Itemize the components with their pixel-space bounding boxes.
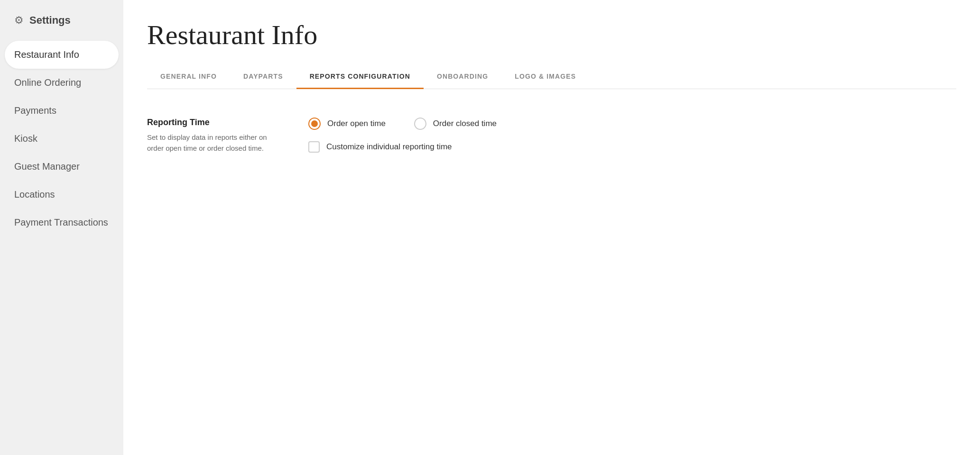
main-content: Restaurant Info GENERAL INFO DAYPARTS RE… (123, 0, 980, 455)
radio-label-order-open-time: Order open time (327, 119, 386, 128)
gear-icon: ⚙ (14, 14, 24, 27)
content-section: Reporting Time Set to display data in re… (147, 108, 956, 163)
radio-label-order-closed-time: Order closed time (433, 119, 497, 128)
sidebar-header: ⚙ Settings (0, 14, 123, 41)
section-label: Reporting Time Set to display data in re… (147, 118, 280, 154)
radio-option-order-closed-time[interactable]: Order closed time (414, 118, 497, 130)
checkbox-label-customize-reporting: Customize individual reporting time (326, 142, 452, 152)
radio-option-order-open-time[interactable]: Order open time (308, 118, 386, 130)
sidebar: ⚙ Settings Restaurant Info Online Orderi… (0, 0, 123, 455)
sidebar-item-guest-manager[interactable]: Guest Manager (0, 153, 123, 181)
tab-dayparts[interactable]: DAYPARTS (230, 65, 296, 89)
tab-onboarding[interactable]: ONBOARDING (424, 65, 501, 89)
sidebar-item-restaurant-info[interactable]: Restaurant Info (5, 41, 119, 69)
sidebar-item-payment-transactions[interactable]: Payment Transactions (0, 209, 123, 237)
sidebar-item-payments[interactable]: Payments (0, 97, 123, 125)
radio-circle-order-open-time[interactable] (308, 118, 321, 130)
tab-general-info[interactable]: GENERAL INFO (147, 65, 230, 89)
radio-row: Order open time Order closed time (308, 118, 956, 130)
tab-bar: GENERAL INFO DAYPARTS REPORTS CONFIGURAT… (147, 65, 956, 89)
section-controls: Order open time Order closed time Custom… (308, 118, 956, 154)
sidebar-item-kiosk[interactable]: Kiosk (0, 125, 123, 153)
sidebar-title: Settings (29, 14, 71, 27)
tab-logo-images[interactable]: LOGO & IMAGES (501, 65, 589, 89)
checkbox-box-customize-reporting[interactable] (308, 141, 320, 153)
sidebar-nav: Restaurant Info Online Ordering Payments… (0, 41, 123, 237)
radio-circle-order-closed-time[interactable] (414, 118, 426, 130)
checkbox-customize-reporting[interactable]: Customize individual reporting time (308, 141, 956, 153)
sidebar-item-locations[interactable]: Locations (0, 181, 123, 209)
sidebar-item-online-ordering[interactable]: Online Ordering (0, 69, 123, 97)
section-description: Set to display data in reports either on… (147, 132, 280, 154)
page-title: Restaurant Info (147, 19, 956, 51)
tab-reports-configuration[interactable]: REPORTS CONFIGURATION (296, 65, 424, 89)
section-heading: Reporting Time (147, 118, 280, 127)
